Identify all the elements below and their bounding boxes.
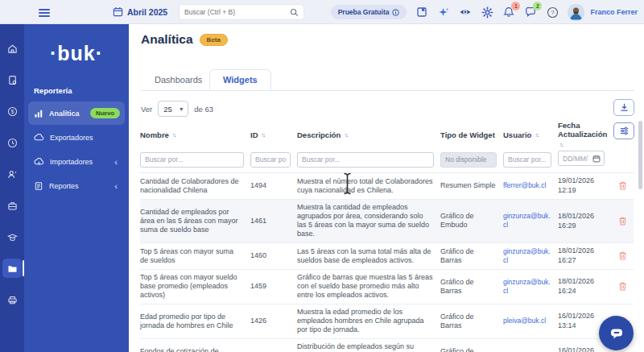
sidebar-item-label: Importadores [50,158,93,166]
printer-icon[interactable] [2,290,22,309]
help-icon[interactable]: ? [546,6,559,19]
page-size-select[interactable]: 25 ▾ [158,101,188,117]
delete-button[interactable] [618,180,627,191]
user-name[interactable]: Franco Ferrer [590,8,638,16]
fecha-time: 16:27 [558,256,576,265]
global-search[interactable] [179,4,304,20]
hamburger-icon[interactable] [39,7,50,19]
briefcase-icon[interactable] [2,196,22,215]
cell-delete [611,243,634,269]
sidebar-item-exportadores[interactable]: Exportadores [28,126,125,149]
cloud-download-icon [34,132,44,143]
search-input[interactable] [184,8,290,16]
scrollbar[interactable] [638,121,642,189]
payroll-icon[interactable]: $ [2,101,22,121]
fecha-time: 16:29 [558,222,576,230]
user-link[interactable]: ginzunza@buk.cl [503,212,551,230]
sort-icon[interactable]: ↑↓ [344,130,347,139]
delete-button[interactable] [618,251,627,261]
svg-text:$: $ [10,109,14,114]
table-row: Fondos de cotización de empleados1393Dis… [140,339,634,352]
col-header-fecha[interactable]: Fecha Actualización↑↓ [558,121,611,149]
calendar-icon[interactable] [113,6,123,17]
bar-chart-icon [34,109,43,118]
cell-fecha: 18/01/202616:27 [558,243,611,269]
user-link[interactable]: ginzunza@buk.cl [503,278,551,296]
sidebar-item-reportes[interactable]: Reportes ‹ [28,174,125,197]
filter-nombre[interactable] [140,152,244,168]
trial-badge[interactable]: Prueba Gratuita [331,5,407,19]
period-label[interactable]: Abril 2025 [127,7,167,17]
cell-id: 1426 [250,304,297,338]
table-row: Top 5 áreas con mayor sueldo base promed… [140,270,634,304]
user-link[interactable]: fferrer@buk.cl [503,181,546,190]
tabs: Dashboards Widgets [140,70,634,91]
training-icon[interactable] [2,227,22,246]
sort-icon[interactable]: ↑↓ [535,130,538,139]
avatar[interactable] [568,4,584,21]
people-icon[interactable] [2,164,22,184]
home-icon[interactable] [2,39,22,58]
cell-id: 1393 [250,339,297,352]
delete-button[interactable] [618,281,627,292]
chat-fab-button[interactable] [599,316,634,350]
save-icon[interactable] [415,6,428,19]
sidebar-item-analitica[interactable]: Analítica Nuevo [28,101,125,125]
col-header-usuario[interactable]: Usuario↑↓ [503,130,558,139]
sort-icon[interactable]: ↑↓ [172,130,175,139]
cell-tipo: Gráfico de Barras [440,304,503,338]
filter-descripcion[interactable] [297,152,434,168]
fecha-date: 19/01/2026 [558,176,594,185]
cell-usuario: ginzunza@buk.cl [503,200,558,242]
sparkles-icon[interactable] [437,6,450,19]
user-link[interactable]: pleiva@buk.cl [503,317,546,325]
chat-icon[interactable]: 2 [524,6,537,19]
col-header-descripcion[interactable]: Descripción↑↓ [297,130,440,139]
sidebar-item-label: Exportadores [50,134,93,142]
eye-icon[interactable] [459,6,472,19]
page-size-value: 25 [163,105,172,114]
download-button[interactable] [613,99,634,116]
time-icon[interactable] [2,133,22,152]
cell-usuario: ginzunza@buk.cl [503,270,558,304]
cell-usuario: ginzunza@buk.cl [503,243,558,269]
fecha-date: 18/01/2026 [558,277,594,286]
gear-icon[interactable] [481,6,493,19]
cell-nombre: Fondos de cotización de empleados [140,339,250,352]
sidebar-item-importadores[interactable]: Importadores ‹ [28,150,125,173]
delete-button[interactable] [618,216,627,226]
cell-nombre: Edad promedio por tipo de jornada de hom… [140,304,250,338]
cell-descripcion: Gráfico de barras que muestra las 5 área… [297,270,440,304]
cell-tipo: Gráfico de Treemap [440,339,503,352]
notifications-badge: 1 [511,2,520,10]
chevron-left-icon: ‹ [114,157,118,167]
sort-icon[interactable]: ↑↓ [262,130,265,139]
col-header-id[interactable]: ID↑↓ [250,130,297,139]
cell-nombre: Top 5 áreas con mayor sueldo base promed… [140,270,250,304]
search-icon[interactable] [290,8,299,17]
bell-icon[interactable]: 1 [502,6,515,19]
tasks-icon[interactable] [2,70,22,89]
calendar-icon[interactable] [592,155,601,163]
reports-folder-icon[interactable] [2,259,22,278]
main-content: Analítica Beta Dashboards Widgets Ver 25… [129,24,644,352]
cell-descripcion: Distribución de empleados según su fondo… [297,339,440,352]
cell-id: 1494 [250,173,297,199]
filter-fecha[interactable]: DD/MM/ [558,151,605,166]
messages-badge: 2 [533,2,542,10]
page-size-prefix: Ver [141,105,152,114]
fecha-date: 16/01/2026 [558,346,594,352]
cell-descripcion: Muestra el número total de Colaboradores… [297,173,440,199]
filter-id[interactable] [250,152,291,168]
cell-usuario: fferrer@buk.cl [503,173,558,199]
tab-dashboards[interactable]: Dashboards [142,69,215,90]
tab-widgets[interactable]: Widgets [209,69,271,90]
sort-icon[interactable]: ↑↓ [559,140,563,149]
col-header-nombre[interactable]: Nombre↑↓ [140,130,250,139]
nuevo-badge: Nuevo [90,108,120,118]
cell-descripcion: Muestra la cantidad de empleados agrupad… [297,200,440,242]
table-header: Nombre↑↓ ID↑↓ Descripción↑↓ Tipo de Widg… [140,121,634,149]
filter-usuario[interactable] [503,152,551,168]
cell-tipo: Gráfico de Barras [440,270,503,304]
user-link[interactable]: ginzunza@buk.cl [503,247,551,265]
